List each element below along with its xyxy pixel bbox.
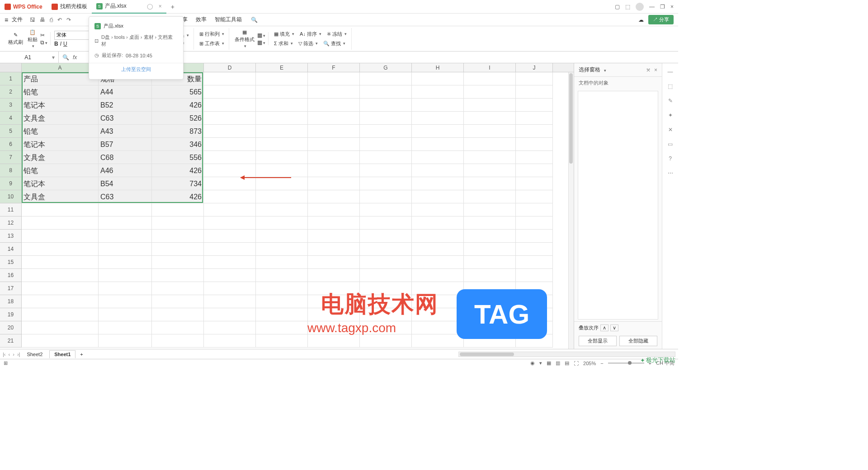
cell[interactable] — [22, 308, 99, 321]
cell[interactable] — [412, 85, 464, 99]
cell[interactable] — [308, 72, 360, 85]
cell[interactable] — [99, 203, 152, 216]
column-header[interactable]: F — [308, 63, 360, 72]
cell[interactable] — [204, 282, 256, 295]
cell[interactable] — [464, 269, 516, 282]
row-header[interactable]: 14 — [0, 243, 22, 256]
cell[interactable] — [412, 138, 464, 151]
row-header[interactable]: 9 — [0, 177, 22, 190]
zoom-slider[interactable] — [608, 362, 644, 364]
cell[interactable] — [464, 216, 516, 230]
cell[interactable] — [204, 321, 256, 334]
cell[interactable] — [308, 256, 360, 269]
style-icon[interactable]: ✎ — [666, 97, 675, 105]
cell[interactable] — [516, 85, 553, 99]
cell[interactable] — [308, 230, 360, 243]
row-header[interactable]: 17 — [0, 282, 22, 295]
cell[interactable] — [412, 112, 464, 125]
cell[interactable] — [204, 334, 256, 348]
share-button[interactable]: ↗ 分享 — [648, 15, 674, 24]
cell[interactable] — [152, 243, 204, 256]
cell[interactable] — [256, 112, 308, 125]
row-header[interactable]: 21 — [0, 334, 22, 348]
name-box[interactable]: A1▾ — [0, 52, 59, 63]
cell[interactable] — [516, 138, 553, 151]
cell[interactable] — [360, 164, 412, 177]
cancel-icon[interactable]: 🔍 — [62, 54, 69, 61]
cell[interactable] — [204, 308, 256, 321]
cell[interactable] — [256, 334, 308, 348]
cell[interactable] — [360, 216, 412, 230]
cell[interactable] — [464, 72, 516, 85]
cell[interactable]: 426 — [152, 190, 204, 203]
cell[interactable] — [256, 99, 308, 112]
pane-title-dropdown[interactable] — [603, 67, 606, 73]
sheet-tab-sheet1[interactable]: Sheet1 — [49, 350, 75, 358]
cell[interactable]: 文具盒 — [22, 151, 99, 164]
cut-icon[interactable]: ✂ — [40, 32, 47, 38]
cell[interactable] — [22, 216, 99, 230]
cell[interactable] — [360, 190, 412, 203]
cell[interactable] — [516, 177, 553, 190]
view-page-icon[interactable]: ▥ — [556, 360, 560, 366]
cell[interactable]: 556 — [152, 151, 204, 164]
cell[interactable] — [308, 216, 360, 230]
cell[interactable] — [308, 85, 360, 99]
cell[interactable] — [152, 334, 204, 348]
row-header[interactable]: 5 — [0, 125, 22, 138]
column-header[interactable]: I — [464, 63, 516, 72]
cell[interactable] — [412, 177, 464, 190]
tab-product-xlsx[interactable]: S 产品.xlsx ◯ × — [92, 0, 166, 14]
italic-button[interactable]: I — [60, 41, 61, 47]
move-up-button[interactable]: ∧ — [600, 324, 609, 331]
cell[interactable]: C63 — [99, 112, 152, 125]
search-icon[interactable]: 🔍 — [251, 17, 258, 23]
fill-button[interactable]: ▦ 填充 — [272, 30, 296, 38]
cell[interactable] — [412, 243, 464, 256]
cell[interactable] — [99, 243, 152, 256]
cell[interactable] — [99, 216, 152, 230]
cell[interactable] — [464, 177, 516, 190]
cell[interactable] — [360, 269, 412, 282]
cell[interactable] — [256, 295, 308, 308]
fullscreen-icon[interactable]: ⛶ — [574, 361, 579, 366]
cell[interactable]: B52 — [99, 99, 152, 112]
hamburger-icon[interactable]: ≡ — [5, 16, 8, 24]
row-header[interactable]: 6 — [0, 138, 22, 151]
cell[interactable] — [412, 151, 464, 164]
cell[interactable] — [99, 230, 152, 243]
cell[interactable] — [256, 269, 308, 282]
cell[interactable] — [204, 230, 256, 243]
row-header[interactable]: 1 — [0, 72, 22, 85]
cell[interactable]: 文具盒 — [22, 190, 99, 203]
cell[interactable] — [360, 256, 412, 269]
cell[interactable]: C63 — [99, 190, 152, 203]
cell[interactable] — [99, 282, 152, 295]
cell[interactable] — [464, 203, 516, 216]
row-header[interactable]: 15 — [0, 256, 22, 269]
cell[interactable] — [204, 190, 256, 203]
cell[interactable] — [256, 282, 308, 295]
cell[interactable] — [152, 230, 204, 243]
cell[interactable]: 526 — [152, 112, 204, 125]
maximize-button[interactable]: ❐ — [660, 4, 665, 10]
paste-button[interactable]: 📋粘贴 — [26, 28, 39, 49]
cell[interactable]: 铅笔 — [22, 85, 99, 99]
sum-button[interactable]: Σ 求和 — [272, 39, 295, 48]
cell[interactable] — [99, 269, 152, 282]
cell[interactable] — [256, 243, 308, 256]
cell[interactable] — [152, 269, 204, 282]
cell[interactable] — [412, 99, 464, 112]
view-normal-icon[interactable]: ▦ — [547, 360, 551, 366]
row-header[interactable]: 8 — [0, 164, 22, 177]
cell[interactable]: 734 — [152, 177, 204, 190]
cell[interactable] — [308, 334, 360, 348]
cell[interactable] — [308, 203, 360, 216]
cell[interactable] — [516, 125, 553, 138]
save-icon[interactable]: 🖫 — [30, 17, 35, 23]
cell[interactable] — [256, 256, 308, 269]
cell[interactable]: C68 — [99, 151, 152, 164]
cell[interactable] — [204, 85, 256, 99]
cell[interactable] — [464, 243, 516, 256]
column-header[interactable]: A — [22, 63, 99, 72]
